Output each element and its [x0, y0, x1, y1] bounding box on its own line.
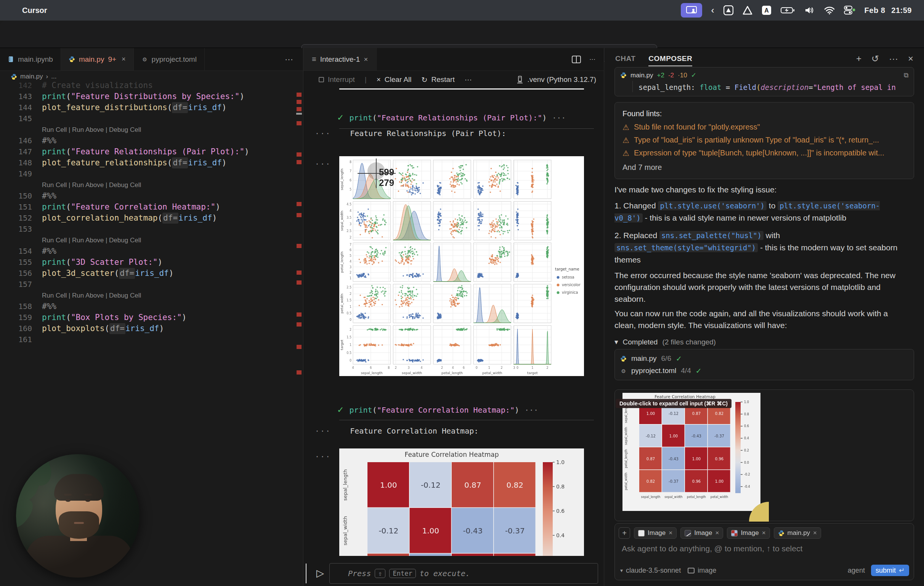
attachment-chip-image[interactable]: Image× [680, 527, 723, 539]
image-toggle[interactable]: image [688, 566, 716, 574]
code-lens-label[interactable]: Run Cell | Run Above | Debug Cell [42, 290, 141, 301]
code-line[interactable]: 150#%% [0, 191, 303, 202]
completed-file-row[interactable]: main.py6/6✓ [620, 352, 908, 365]
triangle-app-icon[interactable] [742, 6, 752, 15]
clear-all-button[interactable]: × Clear All [376, 76, 412, 84]
close-icon[interactable]: × [364, 55, 368, 64]
code-line[interactable]: 142# Create visualizations [0, 80, 303, 91]
attachment-chip-main-py[interactable]: main.py× [774, 527, 821, 539]
battery-icon[interactable] [780, 7, 795, 14]
tab-main-py[interactable]: main.py9+× [61, 48, 134, 71]
toolbar-more-button[interactable]: ··· [465, 76, 472, 84]
chevron-left-icon[interactable]: ‹ [711, 5, 714, 16]
code-line[interactable]: 149 [0, 168, 303, 179]
close-icon[interactable]: × [813, 529, 817, 537]
code-lens-row[interactable]: Run Cell | Run Above | Debug Cell [0, 124, 303, 135]
code-lens-row[interactable]: Run Cell | Run Above | Debug Cell [0, 290, 303, 301]
code-line[interactable]: 144plot_feature_distributions(df=iris_df… [0, 102, 303, 113]
interrupt-button[interactable]: Interrupt [318, 76, 355, 84]
figure-gutter-more-icon[interactable]: ··· [315, 159, 331, 168]
new-chat-icon[interactable]: + [856, 53, 861, 64]
interactive-input[interactable]: Press ⇧ Enter to execute. [329, 563, 598, 584]
split-editor-icon[interactable] [572, 56, 581, 63]
submit-button[interactable]: submit ↵ [871, 565, 909, 576]
scrollbar-thumb[interactable] [296, 113, 302, 115]
control-center-icon[interactable] [844, 6, 855, 15]
code-line[interactable]: 151print("Feature Correlation Heatmap:") [0, 202, 303, 212]
output-gutter-more-icon[interactable]: ··· [315, 426, 331, 436]
enter-key-icon: ↵ [899, 566, 904, 574]
file-context-card[interactable]: main.py +2 -2 ·10 ✓ ⧉ sepal_length: floa… [614, 67, 914, 96]
close-icon[interactable]: × [668, 529, 672, 537]
more-actions-icon[interactable]: ··· [589, 56, 596, 63]
code-lens-row[interactable]: Run Cell | Run Above | Debug Cell [0, 179, 303, 191]
close-icon[interactable]: × [715, 529, 719, 537]
context-file-name[interactable]: main.py [630, 72, 653, 79]
add-context-button[interactable]: + [619, 527, 630, 539]
completed-file-row[interactable]: ⚙pyproject.toml4/4✓ [620, 365, 908, 377]
code-line[interactable]: 157 [0, 279, 303, 290]
code-line[interactable]: 147print("Feature Relationships (Pair Pl… [0, 146, 303, 157]
tab-composer[interactable]: COMPOSER [648, 48, 692, 69]
code-line[interactable]: 159print("Box Plots by Species:") [0, 312, 303, 323]
completed-section-header[interactable]: ▾ Completed (2 files changed) [614, 337, 716, 346]
volume-icon[interactable] [804, 6, 815, 15]
close-icon[interactable]: × [908, 53, 913, 64]
tab-pyproject-toml[interactable]: ⚙pyproject.toml [134, 48, 205, 71]
tab-main-ipynb[interactable]: main.ipynb [0, 48, 61, 71]
breadcrumb-rest[interactable]: ... [51, 73, 56, 81]
code-line[interactable]: 155print("3D Scatter Plot:") [0, 257, 303, 268]
cell-output-preview[interactable]: Double-click to expand cell input (⌘R ⌘C… [614, 389, 914, 521]
lint-item[interactable]: ⚠Stub file not found for "plotly.express… [622, 123, 906, 132]
breadcrumb-file[interactable]: main.py [20, 73, 43, 81]
restart-button[interactable]: ↻ Restart [422, 76, 455, 84]
tab-chat[interactable]: CHAT [615, 48, 635, 69]
code-line[interactable]: 143print("Feature Distributions by Speci… [0, 91, 303, 102]
code-lens-row[interactable]: Run Cell | Run Above | Debug Cell [0, 235, 303, 246]
code-line[interactable]: 154#%% [0, 246, 303, 257]
cell-more-icon[interactable]: ··· [552, 113, 566, 122]
open-diff-icon[interactable]: ⧉ [904, 72, 908, 79]
editor-tab-bar: main.ipynbmain.py9+×⚙pyproject.toml··· [0, 48, 303, 71]
code-line[interactable]: 161 [0, 334, 303, 345]
menu-app-name[interactable]: Cursor [22, 6, 47, 15]
screen-share-icon[interactable] [681, 3, 702, 18]
run-cell-icon[interactable]: ▷ [317, 567, 324, 579]
history-icon[interactable]: ↺ [871, 53, 879, 64]
lint-item[interactable]: ⚠Type of "load_iris" is partially unknow… [622, 136, 906, 145]
cell-code-line[interactable]: ✓ print("Feature Relationships (Pair Plo… [337, 113, 566, 123]
attachment-chip-image[interactable]: Image× [634, 527, 676, 539]
app-badge-icon[interactable] [723, 5, 733, 15]
output-gutter-more-icon[interactable]: ··· [315, 129, 331, 138]
code-line[interactable]: 160plot_boxplots(df=iris_df) [0, 323, 303, 334]
menu-time[interactable]: 21:59 [891, 6, 912, 15]
code-area[interactable]: 142# Create visualizations143print("Feat… [0, 80, 303, 345]
cell-more-icon[interactable]: ··· [525, 405, 538, 415]
lints-more[interactable]: And 7 more [622, 163, 906, 172]
code-line[interactable]: 153 [0, 224, 303, 235]
editor-more-actions[interactable]: ··· [275, 48, 303, 71]
tab-interactive-1[interactable]: ≡ Interactive-1 × [304, 48, 376, 71]
lint-item[interactable]: ⚠Expression of type "tuple[Bunch, tuple[… [622, 148, 906, 158]
close-icon[interactable]: × [122, 55, 126, 63]
model-selector[interactable]: ▾ claude-3.5-sonnet [620, 566, 681, 574]
code-line[interactable]: 146#%% [0, 135, 303, 146]
code-line[interactable]: 148plot_feature_relationships(df=iris_df… [0, 157, 303, 168]
code-line[interactable]: 152plot_correlation_heatmap(df=iris_df) [0, 212, 303, 224]
code-lens-label[interactable]: Run Cell | Run Above | Debug Cell [42, 235, 141, 246]
cell-code-line[interactable]: ✓ print("Feature Correlation Heatmap:") … [337, 405, 538, 415]
code-lens-label[interactable]: Run Cell | Run Above | Debug Cell [42, 179, 141, 191]
attachment-chip-image[interactable]: Image× [727, 527, 770, 539]
character-viewer-icon[interactable]: A [762, 5, 772, 15]
python-env-selector[interactable]: .venv (Python 3.12.7) [516, 76, 596, 84]
code-line[interactable]: 156plot_3d_scatter(df=iris_df) [0, 268, 303, 279]
close-icon[interactable]: × [762, 529, 766, 537]
code-line[interactable]: 158#%% [0, 301, 303, 312]
menu-date[interactable]: Feb 8 [865, 6, 886, 15]
code-lens-label[interactable]: Run Cell | Run Above | Debug Cell [42, 124, 141, 135]
code-line[interactable]: 145 [0, 113, 303, 124]
composer-input-box[interactable]: + Image×Image×Image×main.py× Ask agent t… [614, 523, 914, 580]
more-actions-icon[interactable]: ··· [889, 53, 898, 64]
figure-gutter-more-icon[interactable]: ··· [315, 452, 331, 461]
wifi-icon[interactable] [824, 7, 835, 15]
